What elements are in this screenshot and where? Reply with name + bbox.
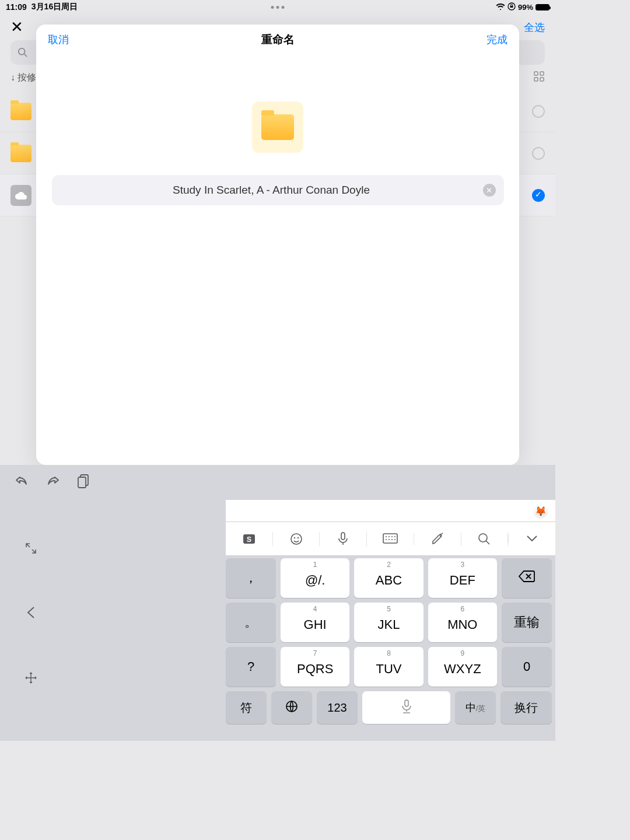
status-bar: 11:09 3月16日周日 99% — [0, 0, 555, 14]
folder-icon — [10, 103, 32, 120]
svg-rect-27 — [405, 700, 408, 706]
svg-point-24 — [479, 534, 487, 542]
svg-rect-4 — [540, 72, 544, 75]
svg-rect-14 — [341, 533, 345, 540]
svg-point-13 — [297, 537, 298, 538]
rename-input[interactable] — [60, 184, 483, 197]
folder-icon — [10, 145, 32, 162]
ime-mascot-icon[interactable]: 🦊 — [533, 503, 548, 519]
key-3[interactable]: 3DEF — [428, 558, 497, 598]
svg-rect-5 — [534, 78, 538, 81]
cursor-left-icon[interactable] — [26, 606, 36, 621]
done-button[interactable]: 完成 — [487, 33, 508, 47]
undo-icon[interactable] — [14, 474, 29, 491]
key-symbols[interactable]: 符 — [226, 691, 267, 724]
key-globe[interactable] — [271, 691, 312, 724]
svg-point-22 — [391, 539, 393, 540]
key-question[interactable]: ? — [226, 647, 276, 687]
key-8[interactable]: 8TUV — [354, 647, 423, 687]
svg-point-23 — [394, 539, 396, 540]
key-9[interactable]: 9WXYZ — [428, 647, 497, 687]
svg-line-2 — [24, 54, 27, 57]
key-zero[interactable]: 0 — [502, 647, 552, 687]
collapse-keyboard-icon[interactable] — [508, 535, 555, 543]
keyboard-side-panel — [0, 500, 62, 741]
keyboard-layout-icon[interactable] — [367, 533, 414, 545]
redo-icon[interactable] — [46, 474, 61, 491]
multitask-dots-icon[interactable] — [271, 6, 285, 9]
search-icon[interactable] — [461, 532, 509, 546]
ime-candidate-strip[interactable]: 🦊 — [226, 500, 555, 522]
folder-preview-icon — [252, 102, 303, 153]
status-time: 11:09 — [6, 2, 27, 12]
orientation-lock-icon — [508, 2, 516, 12]
key-dot[interactable]: 。 — [226, 603, 276, 642]
key-6[interactable]: 6MNO — [428, 603, 497, 642]
rename-modal: 取消 重命名 完成 ✕ — [36, 24, 519, 465]
keyboard-shortcut-bar — [0, 465, 555, 500]
status-date: 3月16日周日 — [32, 2, 78, 12]
svg-point-12 — [293, 537, 295, 538]
keyboard-area: 🦊 S ， 1@/. 2ABC 3DEF 。 4GHI 5JKL 6MNO 重输… — [0, 465, 555, 741]
emoji-icon[interactable] — [273, 532, 320, 546]
svg-point-18 — [391, 536, 393, 537]
key-return[interactable]: 换行 — [501, 691, 552, 724]
cloud-icon — [10, 185, 32, 206]
svg-point-16 — [386, 536, 387, 537]
svg-point-1 — [19, 48, 25, 55]
key-4[interactable]: 4GHI — [281, 603, 349, 642]
clear-text-icon[interactable]: ✕ — [483, 184, 496, 197]
key-5[interactable]: 5JKL — [354, 603, 423, 642]
selection-radio[interactable] — [532, 189, 545, 202]
selection-radio[interactable] — [532, 147, 545, 160]
svg-point-21 — [388, 539, 390, 540]
svg-text:S: S — [247, 536, 251, 544]
key-backspace[interactable] — [502, 558, 552, 598]
select-all-button[interactable]: 全选 — [524, 20, 545, 34]
voice-icon[interactable] — [320, 531, 367, 547]
close-icon[interactable]: ✕ — [10, 18, 23, 36]
svg-line-25 — [486, 541, 489, 544]
battery-pct: 99% — [518, 3, 533, 12]
move-keyboard-icon[interactable] — [24, 671, 38, 687]
search-icon — [18, 47, 28, 58]
handwriting-icon[interactable] — [414, 532, 461, 546]
expand-icon[interactable] — [24, 542, 37, 557]
selection-radio[interactable] — [532, 105, 545, 118]
globe-icon — [285, 699, 299, 716]
svg-point-17 — [388, 536, 390, 537]
svg-rect-8 — [78, 477, 86, 488]
svg-point-19 — [394, 536, 396, 537]
clipboard-icon[interactable] — [77, 474, 90, 491]
t9-keypad: ， 1@/. 2ABC 3DEF 。 4GHI 5JKL 6MNO 重输 ? 7… — [226, 558, 552, 737]
modal-title: 重命名 — [261, 32, 295, 47]
svg-point-11 — [291, 534, 302, 544]
svg-rect-6 — [540, 78, 544, 81]
rename-input-container: ✕ — [52, 175, 504, 205]
key-language[interactable]: 中/英 — [455, 691, 496, 724]
battery-icon — [536, 4, 550, 10]
cancel-button[interactable]: 取消 — [48, 33, 69, 47]
grid-view-icon[interactable] — [533, 71, 545, 85]
key-1[interactable]: 1@/. — [281, 558, 349, 598]
backspace-icon — [518, 570, 536, 586]
svg-point-20 — [386, 539, 387, 540]
svg-rect-15 — [383, 534, 397, 543]
key-7[interactable]: 7PQRS — [281, 647, 349, 687]
key-space[interactable] — [362, 691, 450, 724]
sort-label[interactable]: ↓ 按修 — [10, 72, 36, 84]
key-numbers[interactable]: 123 — [317, 691, 358, 724]
ime-toolbar: S — [226, 522, 555, 556]
mic-space-icon — [401, 699, 412, 716]
wifi-icon — [496, 3, 505, 12]
ime-logo-icon[interactable]: S — [226, 532, 273, 546]
key-comma[interactable]: ， — [226, 558, 276, 598]
key-2[interactable]: 2ABC — [354, 558, 423, 598]
key-reinput[interactable]: 重输 — [502, 603, 552, 642]
svg-rect-3 — [534, 72, 538, 75]
